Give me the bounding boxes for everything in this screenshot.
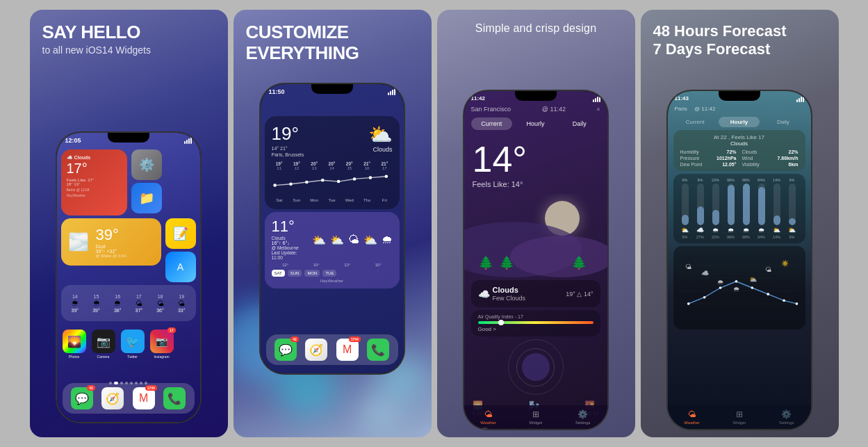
p3-location-bar: San Francisco @ 11:42 ≡ <box>464 104 607 115</box>
p3-main-temp: 14° Feels Like: 14° <box>464 133 607 194</box>
app-icons-row-1: 🌄 Photos 📷 Camera 🐦 Twitter 📷 17 <box>57 330 200 359</box>
svg-text:🌤: 🌤 <box>764 266 771 273</box>
svg-text:☀️: ☀️ <box>780 259 789 268</box>
p4-tab-daily[interactable]: Daily <box>762 117 803 127</box>
p3-hill-2 <box>510 236 607 277</box>
day-sat[interactable]: SAT <box>272 270 285 277</box>
app-camera[interactable]: 📷 Camera <box>92 330 115 359</box>
p4-tab-hourly[interactable]: Hourly <box>719 117 760 127</box>
panel-forecast: 48 Hours Forecast7 Days Forecast 11:43 P… <box>641 10 839 437</box>
app-photos[interactable]: 🌄 Photos <box>63 330 86 359</box>
panel-3-text-block: Simple and crisp design <box>450 22 623 35</box>
hour-col-6: 14% ⛅ 14% <box>771 178 783 239</box>
app-instagram[interactable]: 📷 17 Instagram <box>150 330 174 359</box>
panel-1-headline: SAY HELLO <box>42 22 151 43</box>
hour-col-7: 9% ⛅ 9% <box>786 178 799 239</box>
dock-safari[interactable]: 🧭 <box>101 387 124 409</box>
widget-row-2: 🌫️ 39° Dust 39°↑ +32° @ Wake @ 0:04 📝 A <box>61 218 196 282</box>
dock-2-phone[interactable]: 📞 <box>367 339 389 361</box>
p4-tab-current[interactable]: Current <box>675 117 716 127</box>
notes-icon-widget[interactable]: 📝 <box>165 218 196 249</box>
dock-2: 💬42 🧭 M1744 📞 <box>266 334 398 365</box>
hour-col-5: 94% 🌧 94% <box>755 178 768 239</box>
dock-gmail[interactable]: M1744 <box>133 387 155 409</box>
hour-col-0: 9% ⛅ 9% <box>679 178 691 239</box>
panel-simple-design: Simple and crisp design 11:42 San Franci… <box>437 10 635 437</box>
svg-point-5 <box>352 177 356 181</box>
panel-1-text-block: SAY HELLO to all new iOS14 Widgets <box>42 22 151 56</box>
appstore-icon-widget[interactable]: A <box>165 252 196 282</box>
panel-customize: CUSTOMIZEEVERYTHING 11:50 <box>234 10 432 437</box>
status-time-2: 11:50 <box>269 88 285 95</box>
svg-point-3 <box>320 179 324 182</box>
phone-3-screen: 11:42 San Francisco @ 11:42 ≡ Current Ho <box>464 91 607 429</box>
forecast-day-4: 18 🌤 36° <box>150 294 170 313</box>
p4-hourly-section: 9% ⛅ 9% 9% ☁️ 27% 22% <box>673 174 805 243</box>
p2-weather-card: 19° 14° 21° Paris, Brussels ⛅ Clouds 19°… <box>265 116 400 209</box>
files-icon-widget[interactable]: 📁 <box>131 183 162 213</box>
p2-temps-row: 19°11 19°12 20°13 20°14 20°15 21°16 21°1… <box>272 161 393 170</box>
forecast-day-0: 14 🌨 39° <box>65 294 85 313</box>
dock-2-gmail[interactable]: M1744 <box>336 339 359 361</box>
day-mon[interactable]: MON <box>304 270 320 277</box>
p3-nav-settings[interactable]: ⚙️ Settings <box>575 409 591 425</box>
phone-notch-4 <box>719 91 760 101</box>
tab-hourly[interactable]: Hourly <box>515 117 556 130</box>
p4-nav-widget[interactable]: ⊞ Widget <box>733 409 746 425</box>
p3-bottom-nav: 🌤 Weather ⊞ Widget ⚙️ Settings <box>464 405 607 429</box>
svg-point-0 <box>273 184 277 187</box>
widget-row-1: ☁️ Clouds 17° Feels Like: 17° 18° 13° Be… <box>61 149 196 216</box>
app-container: SAY HELLO to all new iOS14 Widgets 12:05 <box>0 0 868 447</box>
hour-col-3: 96% 🌧 96% <box>725 178 737 239</box>
forecast-day-1: 15 🌨 39° <box>86 294 106 313</box>
p4-time: 11:43 <box>675 95 689 102</box>
p4-nav-settings[interactable]: ⚙️ Settings <box>779 409 794 425</box>
dock-1: 💬42 🧭 M1744 📞 <box>63 383 195 414</box>
phone-mockup-3: 11:42 San Francisco @ 11:42 ≡ Current Ho <box>463 90 609 430</box>
svg-text:☁️: ☁️ <box>701 269 710 277</box>
p4-nav-weather[interactable]: 🌤 Weather <box>684 409 700 425</box>
dock-2-messages[interactable]: 💬42 <box>275 339 297 361</box>
forecast-day-2: 16 🌨 38° <box>108 294 128 313</box>
settings-icon-widget[interactable]: ⚙️ <box>131 149 162 180</box>
status-time-1: 12:05 <box>65 137 81 144</box>
dock-2-safari[interactable]: 🧭 <box>305 339 327 361</box>
p2-day-bottom-row: Sat Sun Mon Tue Wed Thu Fri <box>272 198 393 202</box>
p2-purple-card: 11° Clouds 16°↑ 6°↓ @ Melbourne Last Upd… <box>265 212 400 288</box>
svg-point-20 <box>703 296 705 299</box>
svg-point-23 <box>751 286 753 289</box>
weather-widget-large[interactable]: ☁️ Clouds 17° Feels Like: 17° 18° 13° Be… <box>61 149 127 216</box>
widget-grid-1: ☁️ Clouds 17° Feels Like: 17° 18° 13° Be… <box>57 145 200 325</box>
panel-2-text-block: CUSTOMIZEEVERYTHING <box>246 22 359 64</box>
phone-mockup-4: 11:43 Paris @ 11:42 Current Hourly Dai <box>666 90 812 430</box>
p3-cloud-section: ☁️ Clouds Few Clouds 19° △ 14° <box>471 280 600 307</box>
hour-col-1: 9% ☁️ 27% <box>694 178 707 239</box>
panel-2-headline: CUSTOMIZEEVERYTHING <box>246 22 359 64</box>
forecast-day-5: 19 🌤 33° <box>172 294 192 313</box>
panel-say-hello: SAY HELLO to all new iOS14 Widgets 12:05 <box>30 10 228 437</box>
svg-point-7 <box>384 174 388 178</box>
svg-point-26 <box>795 302 798 305</box>
p4-location: Paris @ 11:42 <box>668 104 811 114</box>
p3-nav-weather[interactable]: 🌤 Weather <box>480 409 496 425</box>
p4-info-card: At 22 , Feels Like 17 Clouds Humidity72%… <box>673 130 805 171</box>
tab-daily[interactable]: Daily <box>559 117 600 130</box>
bokeh-circle-4 <box>362 396 397 430</box>
p3-nav-widget[interactable]: ⊞ Widget <box>530 409 543 425</box>
phone-1-screen: 12:05 ☁️ Clouds 17° Feels Li <box>57 133 200 422</box>
day-sun[interactable]: SUN <box>288 270 302 277</box>
tab-current[interactable]: Current <box>471 117 512 130</box>
day-tue[interactable]: TUE <box>322 270 336 277</box>
phone-notch-3 <box>515 91 557 101</box>
p3-radar <box>471 339 600 395</box>
weather-widget-medium[interactable]: 🌫️ 39° Dust 39°↑ +32° @ Wake @ 0:04 <box>61 218 161 266</box>
small-icons-col-2: 📝 A <box>165 218 196 282</box>
p4-bottom-nav: 🌤 Weather ⊞ Widget ⚙️ Settings <box>668 405 811 429</box>
phone-mockup-2: 11:50 19° 14° 21° Paris, Brussels <box>259 83 405 375</box>
signal-1 <box>184 137 192 144</box>
app-twitter[interactable]: 🐦 Twitter <box>121 330 145 359</box>
dock-phone[interactable]: 📞 <box>163 387 186 409</box>
svg-point-4 <box>336 180 340 184</box>
dock-messages[interactable]: 💬42 <box>71 387 93 409</box>
p2-pc-temps: 12° 10° 13° 10° <box>272 263 393 267</box>
